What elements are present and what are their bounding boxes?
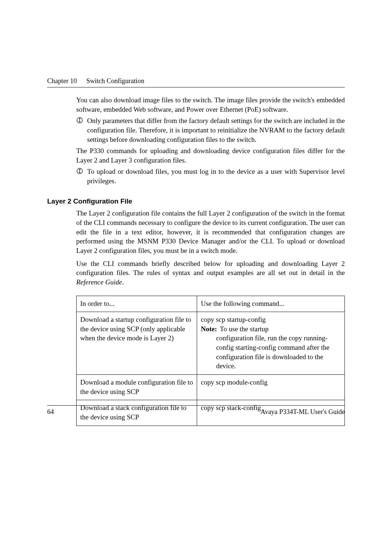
header-rule (47, 87, 345, 87)
page-footer: 64 Avaya P334T-ML User's Guide (47, 407, 345, 416)
note-first-line: To use the startup (219, 324, 341, 334)
info-icon (76, 117, 83, 124)
table-cell: copy scp module-config (197, 374, 345, 400)
paragraph: The P330 commands for uploading and down… (76, 146, 345, 165)
table-header-cell: In order to... (77, 296, 197, 312)
paragraph: You can also download image files to the… (76, 95, 345, 114)
info-note: To upload or download files, you must lo… (76, 167, 345, 185)
table-row: Download a module configuration file to … (77, 374, 345, 400)
page-number: 64 (47, 407, 54, 416)
reference-title: Reference Guide (76, 278, 122, 286)
command-text: copy scp startup-config (201, 315, 341, 324)
table-cell: copy scp startup-config Note:To use the … (197, 312, 345, 375)
info-icon (76, 168, 83, 175)
page: Chapter 10 Switch Configuration You can … (0, 0, 392, 554)
table-header-cell: Use the following command... (197, 296, 345, 312)
section-heading: Layer 2 Configuration File (47, 197, 345, 206)
table-row: Download a startup configuration file to… (77, 312, 345, 375)
chapter-number: Chapter 10 (47, 77, 77, 86)
info-note: Only parameters that differ from the fac… (76, 116, 345, 144)
guide-title: Avaya P334T-ML User's Guide (261, 407, 345, 416)
command-table: In order to... Use the following command… (76, 296, 345, 426)
table-header-row: In order to... Use the following command… (77, 296, 345, 312)
paragraph: The Layer 2 configuration file contains … (76, 209, 345, 255)
footer-rule (47, 405, 345, 406)
table-cell: Download a startup configuration file to… (77, 312, 197, 375)
running-header: Chapter 10 Switch Configuration (47, 77, 345, 86)
info-note-text: Only parameters that differ from the fac… (87, 116, 345, 144)
chapter-title: Switch Configuration (86, 77, 144, 86)
table-cell: Download a module configuration file to … (77, 374, 197, 400)
note-label: Note: (201, 324, 217, 334)
text-run: Use the CLI commands briefly described b… (76, 260, 345, 277)
text-run: . (122, 278, 124, 286)
info-note-text: To upload or download files, you must lo… (87, 167, 345, 185)
table-note: Note:To use the startup (201, 324, 341, 334)
note-continuation: configuration file, run the copy running… (216, 333, 341, 371)
body-text-block: You can also download image files to the… (76, 95, 345, 426)
paragraph: Use the CLI commands briefly described b… (76, 259, 345, 287)
